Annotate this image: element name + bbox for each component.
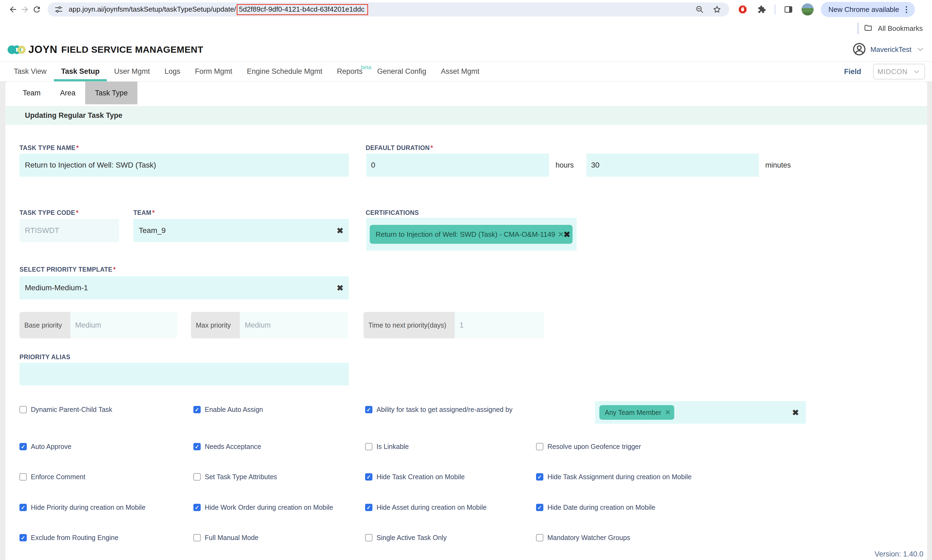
all-bookmarks-label[interactable]: All Bookmarks	[878, 24, 923, 33]
checkbox-icon: ✓	[193, 443, 201, 450]
field-select[interactable]: MIDCON	[873, 64, 925, 80]
folder-icon	[864, 23, 872, 33]
assigned-by-field[interactable]: Any Team Member ✕ ✖	[595, 401, 806, 424]
priority-template-clear-icon[interactable]: ✖	[337, 283, 344, 293]
toolbar-divider	[775, 5, 775, 14]
field-label: Field	[844, 68, 861, 76]
duration-minutes-input[interactable]: 30	[586, 154, 759, 177]
max-priority-group: Max priority Medium	[191, 312, 348, 338]
page-content: Team Area Task Type Updating Regular Tas…	[0, 82, 932, 560]
assigned-by-clear-icon[interactable]: ✖	[792, 408, 799, 417]
task-type-name-value: Return to Injection of Well: SWD (Task)	[25, 161, 156, 169]
checkbox-dynamic-parent-child-task[interactable]: ✓Dynamic Parent-Child Task	[20, 406, 193, 414]
checkbox-resolve-geofence[interactable]: ✓Resolve upon Geofence trigger	[536, 443, 916, 451]
nav-tab-form-mgmt[interactable]: Form Mgmt	[188, 62, 240, 82]
certifications-field[interactable]: Return to Injection of Well: SWD (Task) …	[366, 218, 577, 251]
main-nav: Task View Task Setup User Mgmt Logs Form…	[0, 62, 932, 82]
brand-name: JOYN	[28, 44, 57, 55]
checkbox-auto-approve[interactable]: ✓Auto Approve	[20, 443, 193, 451]
joyn-logo-icon	[8, 45, 26, 54]
checkbox-needs-acceptance[interactable]: ✓Needs Acceptance	[193, 443, 365, 451]
checkbox-icon: ✓	[365, 406, 372, 413]
checkbox-is-linkable[interactable]: ✓Is Linkable	[365, 443, 536, 451]
user-icon[interactable]	[852, 42, 866, 57]
checkbox-exclude-routing-engine[interactable]: ✓Exclude from Routing Engine	[20, 534, 193, 542]
checkbox-icon: ✓	[20, 504, 27, 511]
nav-tab-user-mgmt[interactable]: User Mgmt	[107, 62, 157, 82]
zoom-out-icon[interactable]	[694, 4, 705, 15]
nav-tab-asset-mgmt[interactable]: Asset Mgmt	[434, 62, 487, 82]
address-bar[interactable]: app.joyn.ai/joynfsm/taskSetup/taskTypeSe…	[48, 2, 729, 17]
checkbox-icon: ✓	[536, 473, 543, 480]
checkbox-icon: ✓	[365, 473, 372, 480]
side-panel-icon[interactable]	[782, 3, 794, 15]
checkbox-icon: ✓	[20, 473, 27, 480]
priority-alias-input[interactable]	[20, 363, 349, 385]
hours-unit-label: hours	[555, 161, 574, 169]
team-select[interactable]: Team_9 ✖	[133, 219, 349, 242]
app-header: JOYN FIELD SERVICE MANAGEMENT MaverickTe…	[0, 38, 932, 62]
nav-tab-task-setup[interactable]: Task Setup	[54, 62, 107, 82]
subtab-area[interactable]: Area	[50, 82, 85, 104]
checkbox-enforce-comment[interactable]: ✓Enforce Comment	[20, 473, 193, 481]
checkbox-enable-auto-assign[interactable]: ✓Enable Auto Assign	[193, 406, 365, 414]
bookmark-star-icon[interactable]	[711, 4, 723, 15]
form-header: Updating Regular Task Type	[5, 106, 927, 125]
checkbox-icon: ✓	[365, 504, 372, 511]
checkbox-full-manual-mode[interactable]: ✓Full Manual Mode	[193, 534, 365, 542]
duration-hours-value: 0	[371, 161, 375, 169]
checkbox-hide-task-creation-mobile[interactable]: ✓Hide Task Creation on Mobile	[365, 473, 536, 481]
adblock-icon[interactable]	[737, 3, 748, 15]
task-setup-card: Team Area Task Type Updating Regular Tas…	[5, 82, 927, 560]
nav-tab-task-view[interactable]: Task View	[6, 62, 54, 82]
reload-icon[interactable]	[31, 3, 43, 15]
max-priority-label: Max priority	[191, 312, 240, 338]
duration-hours-input[interactable]: 0	[366, 154, 549, 177]
certifications-clear-icon[interactable]: ✖	[564, 230, 570, 239]
forward-icon[interactable]	[19, 3, 31, 15]
bookmarks-bar: All Bookmarks	[0, 19, 932, 38]
checkbox-hide-task-assignment-mobile[interactable]: ✓Hide Task Assignment during creation on…	[536, 473, 916, 481]
certification-chip-remove-icon[interactable]: ✕	[558, 230, 564, 238]
any-team-member-remove-icon[interactable]: ✕	[665, 409, 670, 416]
subtab-team[interactable]: Team	[13, 82, 50, 104]
version-label: Version: 1.40.0	[875, 550, 923, 558]
subtab-task-type[interactable]: Task Type	[85, 82, 137, 104]
base-priority-value: Medium	[70, 312, 177, 338]
checkbox-hide-date-mobile[interactable]: ✓Hide Date during creation on Mobile	[536, 503, 916, 511]
task-type-name-label: TASK TYPE NAME*	[20, 144, 79, 152]
new-chrome-button[interactable]: New Chrome available	[821, 2, 915, 17]
nav-tab-general-config[interactable]: General Config	[370, 62, 434, 82]
nav-tab-engine-schedule-mgmt[interactable]: Engine Schedule Mgmt	[240, 62, 330, 82]
checkbox-icon: ✓	[193, 406, 201, 413]
nav-tab-reports-label: Reports	[337, 67, 363, 76]
checkbox-icon: ✓	[536, 443, 543, 450]
menu-kebab-icon[interactable]	[902, 6, 911, 13]
nav-tab-logs[interactable]: Logs	[157, 62, 188, 82]
checkbox-hide-priority-mobile[interactable]: ✓Hide Priority during creation on Mobile	[20, 503, 193, 511]
checkbox-single-active-task[interactable]: ✓Single Active Task Only	[365, 534, 536, 542]
checkbox-hide-asset-mobile[interactable]: ✓Hide Asset during creation on Mobile	[365, 503, 536, 511]
site-settings-icon[interactable]	[53, 4, 64, 15]
certifications-label: CERTIFICATIONS	[366, 209, 419, 217]
team-label: TEAM*	[133, 209, 155, 217]
minutes-unit-label: minutes	[765, 161, 791, 169]
form-title: Updating Regular Task Type	[25, 111, 122, 120]
checkbox-set-task-type-attributes[interactable]: ✓Set Task Type Attributes	[193, 473, 365, 481]
task-type-name-input[interactable]: Return to Injection of Well: SWD (Task)	[20, 154, 349, 177]
team-clear-icon[interactable]: ✖	[337, 226, 344, 235]
extensions-icon[interactable]	[756, 3, 768, 15]
back-icon[interactable]	[7, 3, 19, 15]
checkbox-hide-work-order-mobile[interactable]: ✓Hide Work Order during creation on Mobi…	[193, 503, 365, 511]
priority-template-select[interactable]: Medium-Medium-1 ✖	[20, 276, 349, 300]
user-name[interactable]: MaverickTest	[870, 45, 912, 54]
user-chevron-down-icon[interactable]	[916, 45, 925, 55]
checkbox-mandatory-watcher-groups[interactable]: ✓Mandatory Watcher Groups	[536, 534, 916, 542]
browser-toolbar: app.joyn.ai/joynfsm/taskSetup/taskTypeSe…	[0, 0, 932, 19]
team-value: Team_9	[139, 226, 166, 235]
max-priority-value: Medium	[240, 312, 348, 338]
time-to-next-priority-label: Time to next priority(days)	[364, 312, 455, 338]
profile-avatar[interactable]	[801, 3, 814, 16]
nav-tab-reports[interactable]: Reportsbeta	[330, 62, 370, 82]
checkbox-ability-assigned-by[interactable]: ✓Ability for task to get assigned/re-ass…	[365, 406, 536, 414]
